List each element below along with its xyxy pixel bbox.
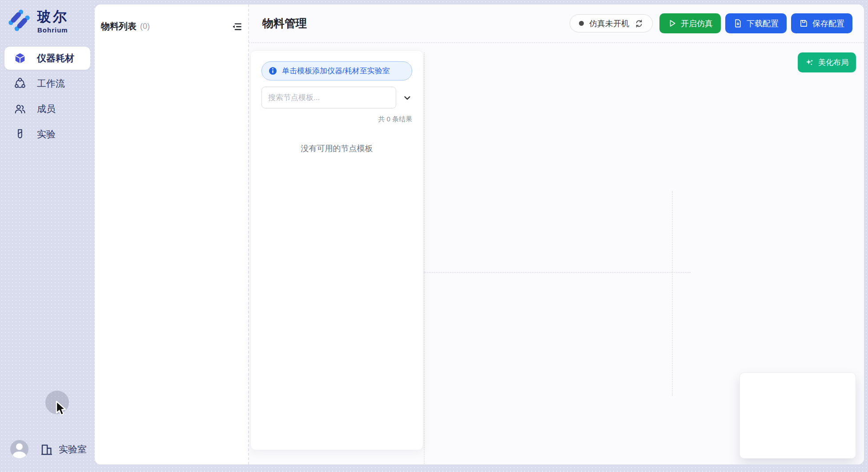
sidebar-item-label: 工作流 — [37, 77, 65, 90]
canvas-guide-line — [424, 52, 425, 464]
content-card: 物料列表 (0) 物料管理 仿真未开机 — [95, 4, 864, 464]
minimap-panel[interactable] — [739, 372, 856, 459]
sidebar-item-instruments[interactable]: 仪器耗材 — [4, 47, 90, 70]
experiment-icon — [14, 128, 26, 140]
hint-banner: 单击模板添加仪器/耗材至实验室 — [261, 61, 412, 80]
download-file-icon — [733, 19, 743, 28]
canvas-guide-line — [672, 191, 673, 396]
search-row — [261, 87, 412, 108]
page-header: 物料管理 仿真未开机 开启仿真 — [249, 4, 864, 43]
download-config-label: 下载配置 — [747, 18, 779, 29]
members-icon — [14, 103, 26, 115]
person-icon — [10, 440, 28, 458]
empty-templates-text: 没有可用的节点模板 — [261, 143, 412, 154]
simulation-status-text: 仿真未开机 — [589, 18, 629, 29]
beautify-layout-button[interactable]: 美化布局 — [798, 52, 856, 72]
main-region: 物料管理 仿真未开机 开启仿真 — [249, 4, 864, 464]
page-title: 物料管理 — [262, 16, 307, 31]
avatar[interactable] — [10, 440, 28, 458]
sparkles-icon — [805, 58, 814, 67]
bohrium-logo-icon — [8, 8, 30, 32]
material-list-panel: 物料列表 (0) — [95, 4, 249, 464]
beautify-layout-label: 美化布局 — [818, 57, 848, 68]
hint-text: 单击模板添加仪器/耗材至实验室 — [282, 66, 390, 76]
simulation-status-pill: 仿真未开机 — [570, 14, 653, 32]
header-controls: 仿真未开机 开启仿真 — [570, 13, 852, 33]
save-config-button[interactable]: 保存配置 — [791, 13, 852, 33]
result-count: 共 0 条结果 — [261, 115, 412, 124]
sidebar-item-workflow[interactable]: 工作流 — [4, 72, 90, 95]
play-icon — [667, 19, 677, 28]
chevron-down-icon[interactable] — [402, 93, 412, 103]
save-config-label: 保存配置 — [812, 18, 844, 29]
status-dot-icon — [579, 21, 584, 26]
sidebar-nav: 仪器耗材 工作流 成员 实验 — [4, 47, 90, 148]
cube-icon — [14, 52, 26, 64]
material-list-count: (0) — [140, 22, 150, 31]
lab-label: 实验室 — [59, 443, 87, 456]
material-list-header: 物料列表 (0) — [101, 20, 242, 32]
download-config-button[interactable]: 下载配置 — [725, 13, 787, 33]
template-panel: 单击模板添加仪器/耗材至实验室 共 0 条结果 没有可用的节点模板 — [250, 50, 423, 450]
collapse-panel-icon[interactable] — [231, 21, 242, 32]
canvas-guide-line — [424, 272, 691, 273]
material-list-title: 物料列表 — [101, 20, 137, 32]
start-simulation-label: 开启仿真 — [681, 18, 713, 29]
sidebar-item-members[interactable]: 成员 — [4, 97, 90, 120]
sidebar-footer: 实验室 — [0, 440, 95, 460]
search-input[interactable] — [261, 87, 396, 108]
workflow-icon — [14, 78, 26, 89]
info-icon — [269, 67, 277, 75]
mouse-cursor — [55, 400, 68, 417]
brand-logo: 玻尔 Bohrium — [8, 8, 68, 34]
save-icon — [799, 19, 808, 28]
sidebar-item-label: 成员 — [37, 103, 56, 115]
refresh-icon[interactable] — [635, 19, 643, 28]
start-simulation-button[interactable]: 开启仿真 — [659, 13, 721, 33]
sidebar-item-label: 仪器耗材 — [37, 52, 74, 64]
lab-entry[interactable]: 实验室 — [40, 443, 87, 456]
brand-name-en: Bohrium — [37, 26, 68, 34]
brand-name-zh: 玻尔 — [37, 10, 68, 24]
building-icon — [40, 443, 53, 456]
sidebar-item-label: 实验 — [37, 128, 56, 140]
sidebar-item-experiments[interactable]: 实验 — [4, 123, 90, 146]
